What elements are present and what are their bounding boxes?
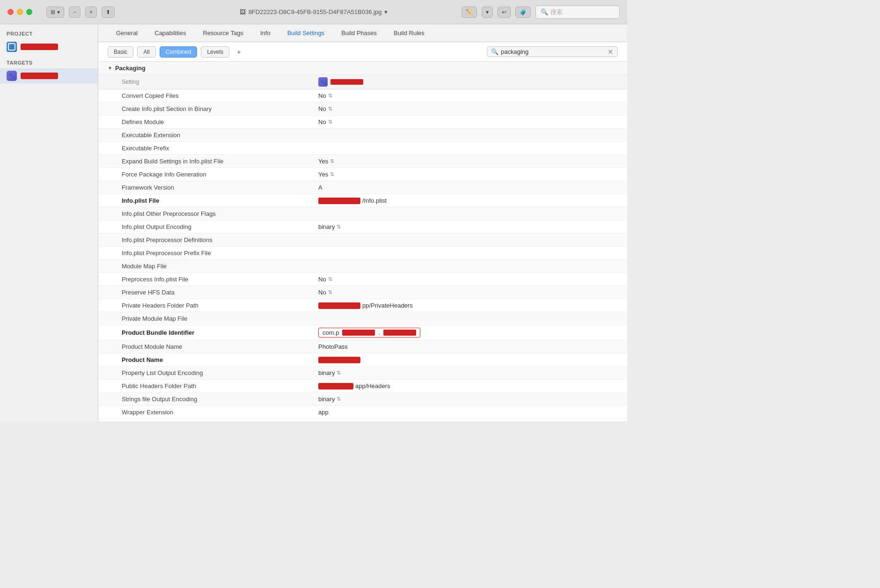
zoom-out-icon: − [73, 9, 76, 15]
row-executable-prefix: Executable Prefix [98, 142, 627, 155]
tab-build-phases[interactable]: Build Phases [333, 26, 385, 40]
bundle-identifier-box: com.p. [318, 328, 420, 338]
titlebar: ⊞ ▾ − + ⬆ 🖼 8FD22223-D8C9-45FB-9155-D4F8… [0, 0, 627, 24]
target-icon: 🐾 [7, 71, 17, 81]
filename-chevron: ▾ [384, 8, 388, 15]
row-property-list-encoding: Property List Output Encoding binary ⇅ [98, 367, 627, 380]
content-area: General Capabilities Resource Tags Info … [98, 24, 627, 421]
row-force-package-info: Force Package Info Generation Yes ⇅ [98, 168, 627, 181]
row-infoplist-preproc-prefix: Info.plist Preprocessor Prefix File [98, 247, 627, 260]
setting-name: Preserve HFS Data [122, 289, 318, 296]
settings-area: ▼ Packaging Setting 🐾 Convert Copied Fil… [98, 62, 627, 421]
zoom-in-icon: + [89, 9, 93, 15]
tab-bar: General Capabilities Resource Tags Info … [98, 24, 627, 42]
tab-build-rules[interactable]: Build Rules [385, 26, 433, 40]
setting-value: binary ⇅ [318, 369, 618, 376]
col-header-value: 🐾 [318, 77, 618, 87]
setting-value: PhotoPass [318, 343, 618, 350]
setting-name: Convert Copied Files [122, 92, 318, 99]
search-icon: 🔍 [541, 8, 548, 15]
setting-value: binary ⇅ [318, 223, 618, 230]
file-icon: 🖼 [240, 8, 246, 15]
project-name-redacted [21, 44, 58, 50]
filter-all[interactable]: All [137, 46, 155, 58]
col-header-target-name [330, 79, 363, 85]
setting-name: Framework Version [122, 184, 318, 191]
share-button[interactable]: ⬆ [102, 7, 115, 18]
filter-levels[interactable]: Levels [201, 46, 229, 58]
row-executable-extension: Executable Extension [98, 129, 627, 142]
setting-value: app/Headers [318, 382, 618, 390]
row-infoplist-other-flags: Info.plist Other Preprocessor Flags [98, 207, 627, 220]
setting-name: Private Module Map File [122, 315, 318, 322]
setting-name: Expand Build Settings in Info.plist File [122, 158, 318, 165]
sidebar: PROJECT TARGETS 🐾 [0, 24, 98, 421]
setting-name-bold: Product Bundle Identifier [122, 329, 318, 336]
global-search[interactable]: 🔍 搜索 [535, 6, 620, 19]
public-headers-suffix: app/Headers [355, 382, 390, 390]
row-product-bundle-identifier: Product Bundle Identifier com.p. [98, 325, 627, 340]
bundle-middle-redacted [342, 330, 375, 336]
row-framework-version: Framework Version A [98, 181, 627, 194]
setting-value: /Info.plist [318, 197, 618, 204]
tab-resource-tags[interactable]: Resource Tags [194, 26, 251, 40]
row-product-module-name: Product Module Name PhotoPass [98, 340, 627, 353]
setting-value: No ⇅ [318, 289, 618, 296]
setting-name: Product Module Name [122, 343, 318, 350]
row-strings-output-encoding: Strings file Output Encoding binary ⇅ [98, 393, 627, 406]
setting-value: Yes ⇅ [318, 158, 618, 165]
app-body: PROJECT TARGETS 🐾 General Capabilities R… [0, 24, 627, 421]
close-button[interactable] [7, 9, 14, 15]
setting-value: pp/PrivateHeaders [318, 302, 618, 309]
setting-value: com.p. [318, 328, 618, 338]
setting-value: No ⇅ [318, 92, 618, 99]
sidebar-icon: ⊞ [51, 9, 55, 15]
row-create-infoplist-binary: Create Info.plist Section in Binary No ⇅ [98, 103, 627, 116]
edit-button[interactable]: ✏️ [462, 7, 477, 18]
filter-clear-button[interactable]: ✕ [608, 48, 614, 55]
filter-basic[interactable]: Basic [108, 46, 133, 58]
action-button[interactable]: ↩ [498, 7, 511, 18]
target-name-redacted [21, 73, 58, 79]
sidebar-project-item[interactable] [0, 39, 98, 54]
setting-name: Property List Output Encoding [122, 369, 318, 376]
setting-value: Yes ⇅ [318, 171, 618, 178]
setting-name: Defines Module [122, 118, 318, 125]
filter-add-button[interactable]: + [233, 46, 245, 58]
row-product-name: Product Name [98, 353, 627, 367]
row-preprocess-infoplist: Preprocess Info.plist File No ⇅ [98, 273, 627, 286]
minimize-button[interactable] [17, 9, 23, 15]
tab-capabilities[interactable]: Capabilities [146, 26, 194, 40]
filter-search-box[interactable]: 🔍 ✕ [487, 46, 618, 57]
zoom-out-button[interactable]: − [69, 7, 81, 18]
infoplist-path-redacted [318, 198, 360, 204]
sidebar-toggle-button[interactable]: ⊞ ▾ [46, 7, 64, 18]
filter-bar: Basic All Combined Levels + 🔍 ✕ [98, 42, 627, 62]
bundle-end-redacted [383, 330, 416, 336]
row-infoplist-file: Info.plist File /Info.plist [98, 194, 627, 207]
column-headers: Setting 🐾 [98, 75, 627, 89]
row-wrapper-extension: Wrapper Extension app [98, 406, 627, 419]
section-collapse-arrow[interactable]: ▼ [108, 66, 112, 71]
tools-button[interactable]: 🧳 [515, 7, 531, 18]
setting-name: Public Headers Folder Path [122, 382, 318, 390]
maximize-button[interactable] [26, 9, 32, 15]
filter-combined[interactable]: Combined [160, 46, 198, 58]
infoplist-suffix: /Info.plist [362, 197, 387, 204]
tab-general[interactable]: General [108, 26, 146, 40]
setting-name-bold: Info.plist File [122, 197, 318, 204]
edit-chevron-button[interactable]: ▾ [482, 7, 493, 18]
sidebar-target-item[interactable]: 🐾 [0, 68, 98, 83]
zoom-in-button[interactable]: + [85, 7, 97, 18]
targets-section-title: TARGETS [0, 54, 98, 68]
product-name-redacted [318, 357, 360, 363]
toolbar-left: ⊞ ▾ − + ⬆ [46, 7, 115, 18]
project-icon [7, 42, 17, 52]
share-icon: ⬆ [106, 9, 110, 15]
tab-info[interactable]: Info [252, 26, 279, 40]
row-private-headers-path: Private Headers Folder Path pp/PrivateHe… [98, 299, 627, 312]
tab-build-settings[interactable]: Build Settings [279, 26, 333, 40]
setting-name: Create Info.plist Section in Binary [122, 105, 318, 112]
filter-search-input[interactable] [501, 48, 605, 55]
row-private-module-map: Private Module Map File [98, 312, 627, 325]
